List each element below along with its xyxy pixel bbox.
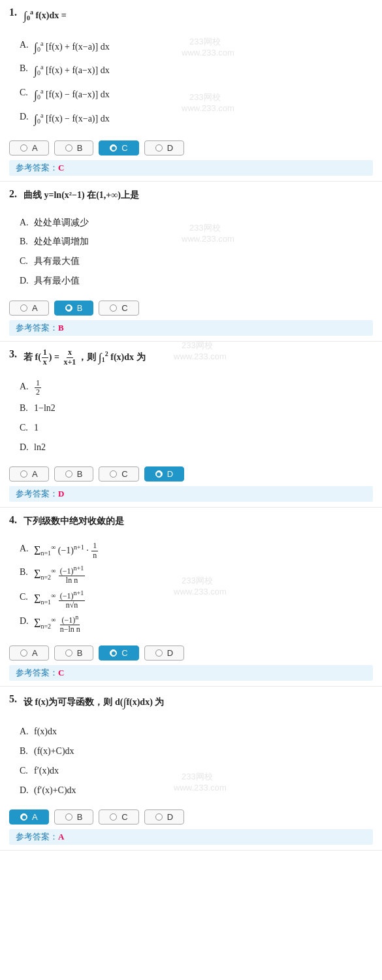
q4-num: 4. (9, 514, 21, 526)
question-4: 4. 下列级数中绝对收敛的是 A. Σn=1∞ (−1)n+1 · 1n B. … (0, 508, 382, 687)
q1-options: A. ∫0a [f(x) + f(x−a)] dx B. ∫0a [f(x) +… (9, 31, 373, 135)
q5-options: A. f(x)dx B. (f(x)+C)dx C. f′(x)dx D. (f… (9, 717, 373, 804)
q3-title: 若 f(1x) = xx+1，则 ∫12 f(x)dx 为 (24, 348, 146, 367)
q2-num: 2. (9, 188, 21, 200)
q5-answer-bar: A B C D (9, 804, 373, 827)
q4-ref-answer: 参考答案：C (9, 665, 373, 681)
question-3: 3. 若 f(1x) = xx+1，则 ∫12 f(x)dx 为 A. 12 B… (0, 342, 382, 508)
q4-answer-bar: A B C D (9, 640, 373, 663)
q5-num: 5. (9, 693, 21, 705)
q2-answer-bar: A B C (9, 295, 373, 318)
q1-ref-answer: 参考答案：C (9, 160, 373, 176)
q3-ref-answer: 参考答案：D (9, 486, 373, 502)
q3-option-c: C. 1 (20, 420, 373, 436)
q4-option-c: C. Σn=1∞ (−1)n+1n√n (20, 589, 373, 610)
q2-title: 曲线 y=ln(x²−1) 在(1,+∞)上是 (24, 188, 139, 203)
q5-title: 设 f(x)为可导函数，则 d(∫f(x)dx) 为 (24, 693, 164, 712)
question-2: 2. 曲线 y=ln(x²−1) 在(1,+∞)上是 A. 处处单调减少 B. … (0, 182, 382, 342)
q1-title: ∫0a f(x)dx = (24, 7, 67, 25)
q1-option-b: B. ∫0a [f(x) + f(a−x)] dx (20, 61, 373, 81)
q4-options: A. Σn=1∞ (−1)n+1 · 1n B. Σn=2∞ (−1)n+1ln… (9, 534, 373, 641)
question-5: 5. 设 f(x)为可导函数，则 d(∫f(x)dx) 为 A. f(x)dx … (0, 687, 382, 851)
q4-btn-d[interactable]: D (144, 645, 184, 661)
q3-btn-d[interactable]: D (144, 466, 184, 482)
q4-btn-a[interactable]: A (9, 645, 49, 661)
q1-num: 1. (9, 7, 21, 18)
q2-option-d: D. 具有最小值 (20, 273, 373, 289)
q5-ref-answer: 参考答案：A (9, 829, 373, 845)
q1-btn-d[interactable]: D (144, 140, 184, 155)
q1-btn-c[interactable]: C (99, 140, 138, 155)
q1-option-d: D. ∫0a [f(x) − f(x−a)] dx (20, 109, 373, 129)
q4-title: 下列级数中绝对收敛的是 (24, 514, 124, 529)
q2-option-b: B. 处处单调增加 (20, 234, 373, 250)
q4-btn-c[interactable]: C (99, 645, 138, 661)
q3-num: 3. (9, 348, 21, 360)
q4-option-d: D. Σn=2∞ (−1)nn−ln n (20, 613, 373, 634)
q2-options: A. 处处单调减少 B. 处处单调增加 C. 具有最大值 D. 具有最小值 (9, 208, 373, 295)
q2-btn-b[interactable]: B (54, 301, 94, 316)
q3-answer-bar: A B C D (9, 461, 373, 484)
q5-option-c: C. f′(x)dx (20, 763, 373, 779)
q1-option-c: C. ∫0a [f(x) − f(a−x)] dx (20, 85, 373, 105)
q4-option-b: B. Σn=2∞ (−1)n+1ln n (20, 564, 373, 585)
q5-btn-b[interactable]: B (54, 809, 94, 825)
q5-btn-d[interactable]: D (144, 809, 184, 825)
q5-btn-c[interactable]: C (99, 809, 138, 825)
q5-option-b: B. (f(x)+C)dx (20, 743, 373, 759)
q3-btn-c[interactable]: C (99, 466, 138, 482)
q3-options: A. 12 B. 1−ln2 C. 1 D. ln2 (9, 372, 373, 462)
q2-btn-c[interactable]: C (99, 301, 138, 316)
q2-btn-a[interactable]: A (9, 301, 49, 316)
question-1: 1. ∫0a f(x)dx = A. ∫0a [f(x) + f(x−a)] d… (0, 0, 382, 182)
q1-answer-bar: A B C D (9, 135, 373, 158)
q3-btn-a[interactable]: A (9, 466, 49, 482)
q5-btn-a[interactable]: A (9, 809, 49, 825)
q3-option-a: A. 12 (20, 379, 373, 397)
q1-option-a: A. ∫0a [f(x) + f(x−a)] dx (20, 37, 373, 57)
q5-option-a: A. f(x)dx (20, 724, 373, 740)
q1-btn-b[interactable]: B (54, 140, 94, 155)
q1-btn-a[interactable]: A (9, 140, 49, 155)
q3-option-b: B. 1−ln2 (20, 400, 373, 416)
q5-option-d: D. (f′(x)+C)dx (20, 783, 373, 798)
q4-btn-b[interactable]: B (54, 645, 94, 661)
q2-option-c: C. 具有最大值 (20, 253, 373, 269)
q2-ref-answer: 参考答案：B (9, 320, 373, 336)
q2-option-a: A. 处处单调减少 (20, 215, 373, 231)
q4-option-a: A. Σn=1∞ (−1)n+1 · 1n (20, 541, 373, 561)
q3-option-d: D. ln2 (20, 440, 373, 455)
q3-btn-b[interactable]: B (54, 466, 94, 482)
